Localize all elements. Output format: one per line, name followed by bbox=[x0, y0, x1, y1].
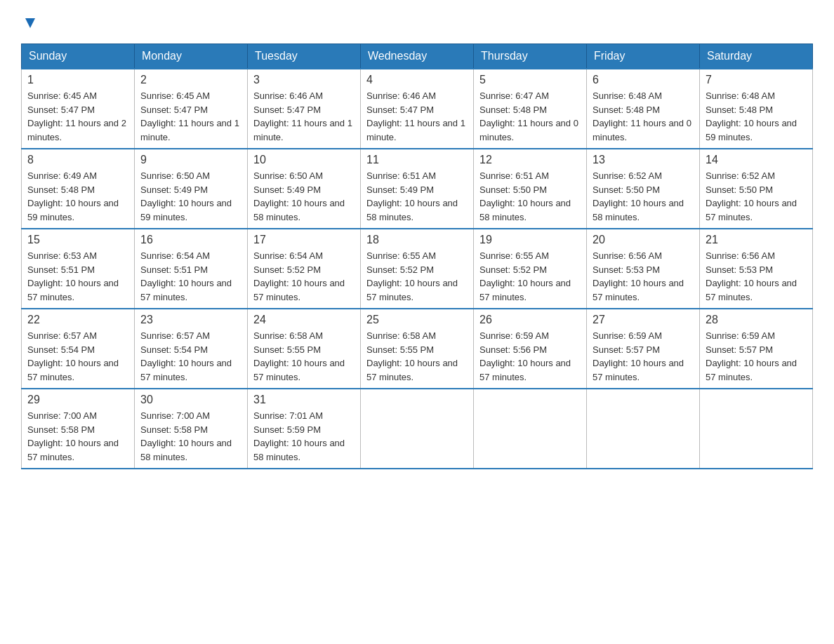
sunrise-label: Sunrise: 6:58 AM bbox=[253, 330, 323, 341]
sunrise-label: Sunrise: 6:48 AM bbox=[706, 90, 775, 101]
sunset-label: Sunset: 5:51 PM bbox=[140, 264, 208, 275]
daylight-label: Daylight: 10 hours and 57 minutes. bbox=[366, 278, 458, 302]
day-number: 10 bbox=[253, 154, 355, 166]
day-info: Sunrise: 6:57 AM Sunset: 5:54 PM Dayligh… bbox=[140, 329, 241, 384]
sunset-label: Sunset: 5:55 PM bbox=[366, 344, 434, 355]
sunset-label: Sunset: 5:55 PM bbox=[253, 344, 321, 355]
day-number: 11 bbox=[366, 154, 468, 166]
calendar-cell bbox=[587, 389, 700, 469]
day-number: 15 bbox=[27, 234, 128, 246]
daylight-label: Daylight: 10 hours and 58 minutes. bbox=[479, 198, 571, 222]
sunset-label: Sunset: 5:47 PM bbox=[27, 105, 95, 115]
sunset-label: Sunset: 5:51 PM bbox=[27, 264, 95, 275]
day-number: 23 bbox=[140, 314, 241, 326]
calendar-cell: 24 Sunrise: 6:58 AM Sunset: 5:55 PM Dayl… bbox=[248, 309, 361, 389]
daylight-label: Daylight: 11 hours and 1 minute. bbox=[253, 118, 352, 142]
day-number: 1 bbox=[27, 74, 128, 86]
day-info: Sunrise: 6:48 AM Sunset: 5:48 PM Dayligh… bbox=[593, 89, 694, 144]
day-info: Sunrise: 6:54 AM Sunset: 5:52 PM Dayligh… bbox=[253, 249, 355, 304]
sunset-label: Sunset: 5:53 PM bbox=[593, 264, 660, 275]
day-info: Sunrise: 6:48 AM Sunset: 5:48 PM Dayligh… bbox=[706, 89, 807, 144]
sunrise-label: Sunrise: 6:46 AM bbox=[253, 90, 323, 101]
day-info: Sunrise: 6:46 AM Sunset: 5:47 PM Dayligh… bbox=[253, 89, 355, 144]
sunrise-label: Sunrise: 6:45 AM bbox=[27, 90, 97, 101]
sunrise-label: Sunrise: 6:54 AM bbox=[253, 250, 323, 261]
day-number: 28 bbox=[706, 314, 807, 326]
day-number: 4 bbox=[366, 74, 468, 86]
calendar-cell: 2 Sunrise: 6:45 AM Sunset: 5:47 PM Dayli… bbox=[135, 69, 248, 149]
day-info: Sunrise: 6:51 AM Sunset: 5:49 PM Dayligh… bbox=[366, 169, 468, 224]
daylight-label: Daylight: 10 hours and 57 minutes. bbox=[140, 358, 232, 382]
sunset-label: Sunset: 5:47 PM bbox=[366, 105, 434, 115]
sunrise-label: Sunrise: 6:56 AM bbox=[706, 250, 775, 261]
day-number: 31 bbox=[253, 394, 355, 406]
sunrise-label: Sunrise: 6:59 AM bbox=[479, 330, 549, 341]
daylight-label: Daylight: 10 hours and 58 minutes. bbox=[593, 198, 684, 222]
calendar-cell: 25 Sunrise: 6:58 AM Sunset: 5:55 PM Dayl… bbox=[361, 309, 474, 389]
sunset-label: Sunset: 5:56 PM bbox=[479, 344, 547, 355]
daylight-label: Daylight: 10 hours and 57 minutes. bbox=[479, 278, 571, 302]
daylight-label: Daylight: 10 hours and 57 minutes. bbox=[706, 278, 797, 302]
sunrise-label: Sunrise: 6:53 AM bbox=[27, 250, 97, 261]
calendar-cell: 3 Sunrise: 6:46 AM Sunset: 5:47 PM Dayli… bbox=[248, 69, 361, 149]
logo bbox=[21, 14, 38, 31]
day-number: 25 bbox=[366, 314, 468, 326]
sunrise-label: Sunrise: 6:47 AM bbox=[479, 90, 549, 101]
calendar-week-5: 29 Sunrise: 7:00 AM Sunset: 5:58 PM Dayl… bbox=[22, 389, 813, 469]
daylight-label: Daylight: 11 hours and 0 minutes. bbox=[593, 118, 691, 142]
calendar-cell: 9 Sunrise: 6:50 AM Sunset: 5:49 PM Dayli… bbox=[135, 149, 248, 229]
day-info: Sunrise: 6:52 AM Sunset: 5:50 PM Dayligh… bbox=[593, 169, 694, 224]
day-number: 24 bbox=[253, 314, 355, 326]
day-info: Sunrise: 6:50 AM Sunset: 5:49 PM Dayligh… bbox=[140, 169, 241, 224]
calendar-cell: 19 Sunrise: 6:55 AM Sunset: 5:52 PM Dayl… bbox=[474, 229, 587, 309]
calendar-cell: 22 Sunrise: 6:57 AM Sunset: 5:54 PM Dayl… bbox=[22, 309, 135, 389]
header-monday: Monday bbox=[135, 44, 248, 69]
day-info: Sunrise: 6:59 AM Sunset: 5:57 PM Dayligh… bbox=[593, 329, 694, 384]
day-info: Sunrise: 6:45 AM Sunset: 5:47 PM Dayligh… bbox=[27, 89, 128, 144]
day-info: Sunrise: 7:00 AM Sunset: 5:58 PM Dayligh… bbox=[27, 409, 128, 464]
day-info: Sunrise: 6:56 AM Sunset: 5:53 PM Dayligh… bbox=[706, 249, 807, 304]
daylight-label: Daylight: 10 hours and 57 minutes. bbox=[706, 358, 797, 382]
daylight-label: Daylight: 10 hours and 57 minutes. bbox=[253, 358, 345, 382]
daylight-label: Daylight: 10 hours and 57 minutes. bbox=[253, 278, 345, 302]
header-saturday: Saturday bbox=[700, 44, 813, 69]
day-info: Sunrise: 6:47 AM Sunset: 5:48 PM Dayligh… bbox=[479, 89, 581, 144]
sunset-label: Sunset: 5:59 PM bbox=[253, 424, 321, 435]
calendar-cell: 28 Sunrise: 6:59 AM Sunset: 5:57 PM Dayl… bbox=[700, 309, 813, 389]
sunset-label: Sunset: 5:49 PM bbox=[253, 185, 321, 195]
sunset-label: Sunset: 5:54 PM bbox=[27, 344, 95, 355]
sunrise-label: Sunrise: 6:46 AM bbox=[366, 90, 436, 101]
day-number: 17 bbox=[253, 234, 355, 246]
daylight-label: Daylight: 10 hours and 57 minutes. bbox=[593, 278, 684, 302]
calendar-cell: 12 Sunrise: 6:51 AM Sunset: 5:50 PM Dayl… bbox=[474, 149, 587, 229]
calendar-cell: 27 Sunrise: 6:59 AM Sunset: 5:57 PM Dayl… bbox=[587, 309, 700, 389]
calendar-cell: 21 Sunrise: 6:56 AM Sunset: 5:53 PM Dayl… bbox=[700, 229, 813, 309]
calendar-cell: 1 Sunrise: 6:45 AM Sunset: 5:47 PM Dayli… bbox=[22, 69, 135, 149]
sunrise-label: Sunrise: 6:49 AM bbox=[27, 170, 97, 181]
page-header bbox=[21, 14, 813, 31]
calendar-cell: 14 Sunrise: 6:52 AM Sunset: 5:50 PM Dayl… bbox=[700, 149, 813, 229]
day-number: 8 bbox=[27, 154, 128, 166]
day-number: 27 bbox=[593, 314, 694, 326]
day-number: 7 bbox=[706, 74, 807, 86]
day-info: Sunrise: 6:56 AM Sunset: 5:53 PM Dayligh… bbox=[593, 249, 694, 304]
day-info: Sunrise: 7:00 AM Sunset: 5:58 PM Dayligh… bbox=[140, 409, 241, 464]
day-info: Sunrise: 6:51 AM Sunset: 5:50 PM Dayligh… bbox=[479, 169, 581, 224]
calendar-cell: 8 Sunrise: 6:49 AM Sunset: 5:48 PM Dayli… bbox=[22, 149, 135, 229]
day-info: Sunrise: 6:58 AM Sunset: 5:55 PM Dayligh… bbox=[366, 329, 468, 384]
sunset-label: Sunset: 5:58 PM bbox=[140, 424, 208, 435]
sunrise-label: Sunrise: 6:50 AM bbox=[140, 170, 210, 181]
calendar-cell bbox=[361, 389, 474, 469]
day-number: 20 bbox=[593, 234, 694, 246]
sunset-label: Sunset: 5:47 PM bbox=[253, 105, 321, 115]
day-number: 13 bbox=[593, 154, 694, 166]
sunset-label: Sunset: 5:48 PM bbox=[479, 105, 547, 115]
daylight-label: Daylight: 10 hours and 58 minutes. bbox=[366, 198, 458, 222]
sunset-label: Sunset: 5:50 PM bbox=[479, 185, 547, 195]
calendar-header-row: SundayMondayTuesdayWednesdayThursdayFrid… bbox=[22, 44, 813, 69]
calendar-cell: 31 Sunrise: 7:01 AM Sunset: 5:59 PM Dayl… bbox=[248, 389, 361, 469]
calendar-cell: 30 Sunrise: 7:00 AM Sunset: 5:58 PM Dayl… bbox=[135, 389, 248, 469]
sunrise-label: Sunrise: 6:51 AM bbox=[479, 170, 549, 181]
sunset-label: Sunset: 5:47 PM bbox=[140, 105, 208, 115]
day-number: 29 bbox=[27, 394, 128, 406]
